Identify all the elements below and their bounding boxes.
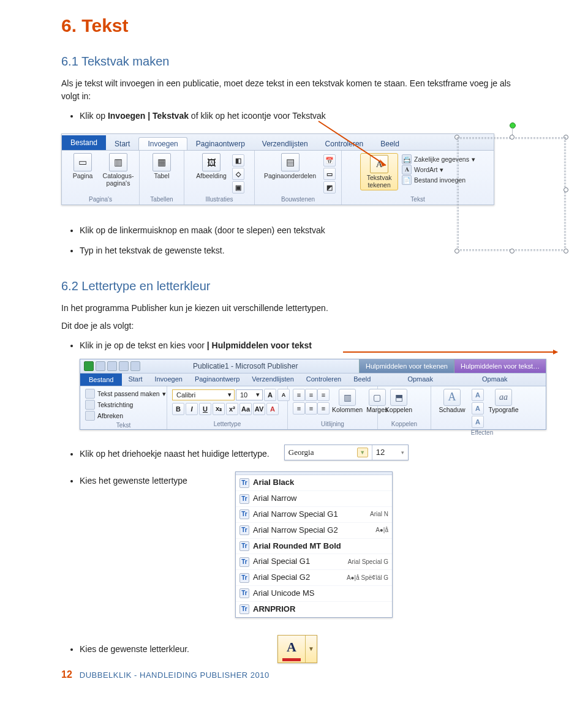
tab-verzendlijsten[interactable]: Verzendlijsten bbox=[254, 138, 317, 150]
context-tab-tekenen[interactable]: Hulpmiddelen voor tekenen bbox=[359, 359, 454, 373]
align-bottom-button[interactable]: ≡ bbox=[317, 402, 330, 415]
text-fragment: Klik op bbox=[80, 111, 108, 121]
chevron-down-icon: ▾ bbox=[228, 391, 232, 399]
tab-bestand[interactable]: Bestand bbox=[80, 373, 122, 386]
afbreken-button[interactable]: Afbreken bbox=[85, 411, 123, 421]
koppelen-button[interactable]: ⬒Koppelen bbox=[383, 389, 415, 413]
grow-font-button[interactable]: A bbox=[264, 389, 276, 401]
font-list-item[interactable]: TrArial Special G2A●|å Spë¢îál G bbox=[236, 570, 392, 586]
image-icon: 🖼 bbox=[202, 153, 221, 171]
afbeelding-button[interactable]: 🖼Afbeelding bbox=[194, 153, 228, 180]
section-6-2-bullet-1: Klik in je op de tekst en kies voor | Hu… bbox=[80, 339, 527, 352]
qat-undo-icon[interactable] bbox=[107, 361, 117, 371]
clear-format-button[interactable]: A bbox=[266, 403, 279, 415]
group-paginas-label: Pagina's bbox=[67, 195, 134, 205]
group-lettertype-label: Lettertype bbox=[172, 419, 282, 429]
tab-paginaontwerp[interactable]: Paginaontwerp bbox=[187, 138, 254, 150]
placeholder-icon[interactable]: ▣ bbox=[232, 181, 244, 193]
tab-controleren[interactable]: Controleren bbox=[300, 373, 347, 386]
chevron-down-icon: ▾ bbox=[256, 391, 260, 399]
strike-button[interactable]: x₂ bbox=[213, 403, 225, 415]
typography-icon: aa bbox=[495, 389, 512, 406]
underline-button[interactable]: U bbox=[199, 403, 211, 415]
tab-invoegen[interactable]: Invoegen bbox=[138, 137, 187, 150]
chevron-down-icon: ▾ bbox=[401, 448, 404, 457]
tab-opmaak-tekenen[interactable]: Opmaak bbox=[401, 373, 439, 386]
align-center-button[interactable]: ≡ bbox=[305, 389, 317, 401]
tab-invoegen[interactable]: Invoegen bbox=[149, 373, 189, 386]
page-title: 6. Tekst bbox=[61, 15, 527, 36]
align-right-button[interactable]: ≡ bbox=[317, 389, 330, 401]
align-top-button[interactable]: ≡ bbox=[293, 402, 305, 415]
spacing-button[interactable]: AV bbox=[253, 403, 265, 415]
section-6-1-intro: Als je tekst wilt invoegen in een public… bbox=[61, 77, 527, 103]
qat-redo-icon[interactable] bbox=[119, 361, 129, 371]
tab-verzendlijsten[interactable]: Verzendlijsten bbox=[246, 373, 300, 386]
case-button[interactable]: Aa bbox=[239, 403, 252, 415]
font-list-item[interactable]: TrArial Narrow bbox=[236, 491, 392, 507]
border-icon[interactable]: ▭ bbox=[323, 168, 336, 180]
typografie-button[interactable]: aaTypografie bbox=[488, 389, 519, 413]
building-block-icon: ▤ bbox=[281, 153, 300, 171]
tab-bestand[interactable]: Bestand bbox=[62, 135, 106, 150]
tab-beeld[interactable]: Beeld bbox=[372, 138, 408, 150]
font-list-item[interactable]: TrArial Rounded MT Bold bbox=[236, 539, 392, 555]
align-middle-button[interactable]: ≡ bbox=[305, 402, 317, 415]
font-list-item[interactable]: TrArial Special G1Arial Special G bbox=[236, 554, 392, 570]
pagina-button[interactable]: ▭Pagina bbox=[67, 153, 99, 180]
color-bar-indicator bbox=[282, 658, 301, 661]
font-list-item[interactable]: TrArial Unicode MS bbox=[236, 586, 392, 602]
font-sample: A●|å bbox=[375, 525, 388, 535]
tekstrichting-button[interactable]: Tekstrichting bbox=[85, 400, 133, 410]
qat-more-icon[interactable] bbox=[130, 361, 140, 371]
group-effecten-label: Effecten bbox=[436, 428, 528, 438]
font-list-item[interactable]: TrArial Black bbox=[236, 475, 392, 491]
text-fragment: Klik in je op de tekst en kies voor bbox=[80, 340, 207, 350]
kolommen-button[interactable]: ▥Kolommen bbox=[332, 389, 363, 413]
font-size-selector[interactable]: 10▾ bbox=[236, 389, 263, 400]
outline-a-button[interactable]: A bbox=[472, 389, 484, 401]
tab-opmaak-tekst[interactable]: Opmaak bbox=[476, 373, 514, 386]
font-list-item[interactable]: TrARNPRIOR bbox=[236, 602, 392, 617]
paginaonderdelen-button[interactable]: ▤Paginaonderdelen bbox=[261, 153, 320, 180]
clipart-icon[interactable]: ◧ bbox=[232, 154, 244, 167]
engrave-a-button[interactable]: A bbox=[472, 402, 484, 415]
qat-save-icon[interactable] bbox=[96, 361, 105, 371]
tabel-button[interactable]: ▦Tabel bbox=[145, 153, 179, 180]
catalog-icon: ▥ bbox=[109, 153, 127, 171]
group-bouwstenen-label: Bouwstenen bbox=[260, 195, 336, 205]
tab-beeld[interactable]: Beeld bbox=[347, 373, 377, 386]
tekst-passend-button[interactable]: Tekst passend maken ▾ bbox=[85, 389, 166, 399]
ribbon-hulpmiddelen: Publicatie1 - Microsoft Publisher Hulpmi… bbox=[80, 359, 546, 430]
schaduw-button[interactable]: ASchaduw bbox=[436, 389, 468, 413]
shapes-icon[interactable]: ◇ bbox=[232, 168, 244, 180]
context-tab-tekst[interactable]: Hulpmiddelen voor tekst… bbox=[454, 359, 546, 373]
font-dropdown[interactable]: TrArial BlackTrArial NarrowTrArial Narro… bbox=[235, 471, 393, 617]
section-6-2-bullet-3: Kies het gewenste lettertype TrArial Bla… bbox=[80, 471, 527, 617]
text-fragment-bold: | Hulpmiddelen voor tekst bbox=[207, 340, 312, 350]
font-color-button[interactable]: A ▼ bbox=[277, 635, 317, 663]
table-icon: ▦ bbox=[153, 153, 171, 171]
tekstvak-tekenen-button[interactable]: A Tekstvak tekenen bbox=[360, 153, 398, 190]
align-left-button[interactable]: ≡ bbox=[293, 389, 305, 401]
tab-start[interactable]: Start bbox=[106, 138, 138, 150]
italic-button[interactable]: I bbox=[186, 403, 198, 415]
group-illustraties-label: Illustraties bbox=[189, 195, 249, 205]
tab-controleren[interactable]: Controleren bbox=[317, 138, 372, 150]
font-name-size-selector[interactable]: Georgia▼ 12▾ bbox=[284, 445, 409, 461]
page-number: 12 bbox=[61, 669, 72, 680]
font-selector[interactable]: Calibri▾ bbox=[172, 389, 235, 400]
tab-start[interactable]: Start bbox=[122, 373, 148, 386]
font-item-name: Arial Unicode MS bbox=[253, 587, 314, 600]
emboss-a-button[interactable]: A bbox=[472, 416, 484, 428]
ad-icon[interactable]: ◩ bbox=[323, 181, 336, 193]
catalogus-button[interactable]: ▥Catalogus- pagina's bbox=[102, 153, 134, 187]
textbox-icon: A bbox=[370, 155, 388, 173]
bold-button[interactable]: B bbox=[172, 403, 184, 415]
font-item-name: Arial Narrow Special G2 bbox=[253, 524, 338, 537]
superscript-button[interactable]: x² bbox=[226, 403, 238, 415]
calendar-icon[interactable]: 📅 bbox=[323, 154, 336, 167]
font-list-item[interactable]: TrArial Narrow Special G1Arial N bbox=[236, 507, 392, 523]
font-list-item[interactable]: TrArial Narrow Special G2A●|å bbox=[236, 523, 392, 539]
tab-paginaontwerp[interactable]: Paginaontwerp bbox=[189, 373, 246, 386]
